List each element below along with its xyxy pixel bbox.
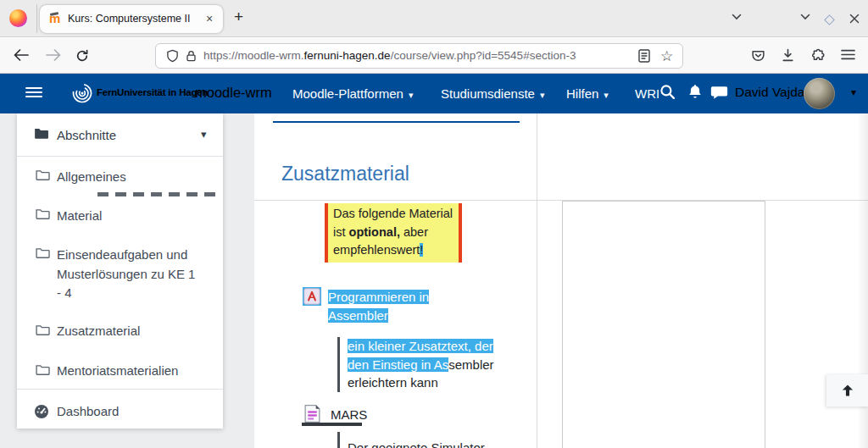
nav-hilfen[interactable]: Hilfen [566, 86, 609, 101]
messages-chat-icon[interactable] [710, 86, 728, 103]
download-icon[interactable] [781, 48, 795, 66]
menu-hamburger-icon[interactable] [841, 48, 855, 64]
notifications-bell-icon[interactable] [687, 84, 703, 103]
back-to-top-button[interactable] [826, 374, 868, 407]
url-scheme: https://moodle-wrm. [203, 49, 304, 62]
activity-link-mars[interactable]: MARS [331, 407, 367, 422]
activity-description: ein kleiner Zusatztext, der den Einstieg… [337, 337, 500, 392]
clipped-description: Der geeignete Simulator [337, 432, 500, 448]
content-column-border [537, 113, 537, 448]
lock-icon[interactable] [185, 49, 198, 66]
adjacent-section-card [562, 201, 765, 448]
nav-moodle-plattformen[interactable]: Moodle-Plattformen [292, 86, 413, 101]
fernuni-logo-icon[interactable] [71, 81, 93, 107]
notice-bold: optional, [349, 225, 400, 239]
mars-underline-bar [302, 423, 362, 426]
browser-tab[interactable]: m Kurs: Computersysteme II × [40, 5, 223, 33]
folder-icon [36, 247, 50, 263]
forward-button[interactable] [46, 49, 61, 64]
scroll-artifact [97, 192, 219, 196]
bookmark-star-icon[interactable]: ☆ [660, 47, 673, 65]
pocket-icon[interactable] [751, 49, 765, 66]
avatar[interactable] [804, 78, 835, 109]
url-text[interactable]: https://moodle-wrm.fernuni-hagen.de/cour… [203, 49, 576, 62]
clipped-description-text: Der geeignete Simulator [348, 439, 500, 448]
folder-icon [36, 364, 50, 379]
nav-studiumsdienste[interactable]: Studiumsdienste [441, 86, 544, 101]
sidebar-item-einsendeaufgaben[interactable]: Einsendeaufgaben und Musterlösungen zu K… [57, 246, 198, 303]
titlebar-separator [36, 4, 37, 33]
tab-close-icon[interactable]: × [206, 12, 213, 25]
reader-mode-icon[interactable] [638, 49, 650, 66]
section-card-seam [254, 200, 868, 201]
window-minimize-icon[interactable] [800, 14, 810, 20]
notice-selected-char: ! [420, 243, 423, 257]
tab-title: Kurs: Computersysteme II [68, 13, 202, 26]
sidebar-divider [17, 156, 223, 157]
user-name[interactable]: David Vajda [735, 85, 804, 100]
sidebar-header-abschnitte[interactable]: Abschnitte [57, 128, 116, 142]
user-menu-chevron-icon[interactable]: ▾ [851, 86, 856, 98]
sidebar-item-material[interactable]: Material [57, 208, 102, 223]
browser-titlebar: m Kurs: Computersysteme II × + [0, 0, 868, 37]
folder-filled-icon [34, 127, 49, 143]
nav-wri[interactable]: WRI [635, 86, 659, 101]
folder-icon [36, 169, 50, 185]
site-name[interactable]: moodle-wrm [195, 85, 272, 101]
activity-link-pdf[interactable]: Programmieren in Assembler [328, 288, 479, 324]
moodle-favicon-icon: m [49, 12, 63, 25]
reload-button[interactable] [75, 49, 89, 66]
sidebar-toggle-icon[interactable] [25, 87, 42, 97]
browser-window: m Kurs: Computersysteme II × + https:// [0, 0, 868, 448]
pdf-file-icon[interactable] [303, 287, 321, 306]
window-close-icon[interactable] [849, 13, 860, 25]
dashboard-gauge-icon [34, 404, 49, 423]
search-icon[interactable] [659, 84, 676, 103]
back-button[interactable] [14, 49, 29, 64]
sidebar-divider [17, 389, 223, 390]
folder-icon [36, 208, 50, 224]
url-path: /course/view.php?id=5545#section-3 [391, 49, 576, 62]
previous-section-underline [273, 121, 520, 123]
firefox-icon[interactable] [9, 9, 27, 27]
arrow-up-icon [840, 383, 855, 398]
notice-box: Das folgende Material ist optional, aber… [325, 203, 462, 263]
fernuni-brand-text[interactable]: FernUniversität in Hagen [97, 87, 208, 97]
window-maximize-icon[interactable] [824, 14, 835, 25]
new-tab-button[interactable]: + [234, 8, 243, 26]
list-tabs-chevron-icon[interactable] [732, 14, 742, 20]
sidebar-item-allgemeines[interactable]: Allgemeines [57, 169, 126, 184]
sidebar-item-dashboard[interactable]: Dashboard [57, 404, 119, 418]
activity-link-selected-text: Programmieren in Assembler [328, 290, 429, 323]
section-heading[interactable]: Zusatzmaterial [281, 163, 409, 185]
folder-icon [36, 324, 50, 340]
extensions-puzzle-icon[interactable] [811, 48, 826, 66]
sidebar-item-mentoriatsmaterialien[interactable]: Mentoriatsmaterialien [57, 363, 178, 378]
tracking-shield-icon[interactable] [166, 49, 179, 66]
url-domain: fernuni-hagen.de [304, 49, 391, 62]
sidebar-collapse-chevron-icon[interactable]: ▾ [201, 128, 207, 141]
sidebar-item-zusatzmaterial[interactable]: Zusatzmaterial [57, 324, 140, 338]
